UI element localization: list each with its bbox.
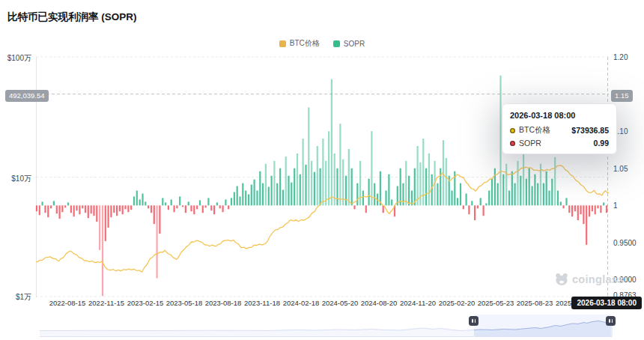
- legend-item-sopr[interactable]: SOPR: [333, 40, 365, 48]
- navigator[interactable]: [40, 315, 613, 337]
- crosshair-right-axis-badge: 1.15: [611, 90, 633, 102]
- right-axis-tick: 1: [613, 201, 618, 210]
- navigator-handle-right[interactable]: [606, 316, 616, 326]
- x-axis-tick: 2024-02-18: [283, 299, 320, 307]
- tooltip-value-btc: $73936.85: [571, 126, 609, 135]
- crosshair-date-badge: 2026-03-18 08:00: [571, 297, 642, 309]
- coinglass-watermark: coinglass: [555, 273, 625, 286]
- sopr-chart-plot[interactable]: [36, 57, 609, 297]
- sopr-legend-swatch: [333, 40, 340, 47]
- tooltip-label-btc: BTC价格: [519, 125, 550, 136]
- navigator-handle-left[interactable]: [469, 316, 479, 326]
- x-axis-tick: 2023-02-15: [127, 299, 164, 307]
- tooltip-row-btc: BTC价格 $73936.85: [510, 125, 609, 136]
- tooltip-value-sopr: 0.99: [594, 139, 609, 148]
- chart-tooltip: 2026-03-18 08:00 BTC价格 $73936.85 SOPR 0.…: [502, 103, 617, 154]
- left-axis-tick: $100万: [0, 53, 31, 64]
- x-axis-tick: 2023-11-18: [244, 299, 280, 307]
- x-axis-tick: 2025-05-23: [478, 299, 514, 307]
- x-axis-tick: 2023-05-18: [166, 299, 203, 307]
- x-axis-tick: 2024-05-20: [322, 299, 359, 307]
- right-axis-tick: 1.20: [613, 53, 628, 61]
- watermark-text: coinglass: [572, 273, 625, 285]
- right-axis-tick: 1.05: [613, 165, 628, 173]
- tooltip-row-sopr: SOPR 0.99: [510, 139, 609, 148]
- x-axis-tick: 2024-08-20: [361, 299, 398, 307]
- legend: BTC价格 SOPR: [0, 38, 644, 49]
- right-axis-tick: 0.9500: [613, 239, 637, 247]
- page-title: 比特币已实现利润率 (SOPR): [7, 10, 137, 24]
- btc-marker-icon: [510, 128, 515, 133]
- x-axis-tick: 2022-08-15: [49, 299, 86, 307]
- x-axis-tick: 2025-02-20: [439, 299, 476, 307]
- tooltip-label-sopr: SOPR: [519, 139, 541, 148]
- btc-legend-swatch: [279, 40, 286, 47]
- legend-label-sopr: SOPR: [344, 40, 365, 48]
- x-axis-tick: 2023-08-18: [205, 299, 242, 307]
- left-axis-tick: $1万: [0, 292, 31, 303]
- x-axis-tick: 2025-08-23: [517, 299, 553, 307]
- crosshair-left-axis-badge: 492,039.54: [5, 90, 49, 102]
- x-axis-tick: 2022-11-15: [88, 299, 124, 307]
- x-axis-tick: 2024-11-20: [400, 299, 436, 307]
- tooltip-date: 2026-03-18 08:00: [510, 111, 609, 120]
- legend-item-btc[interactable]: BTC价格: [279, 38, 320, 49]
- sopr-marker-icon: [510, 141, 515, 146]
- coinglass-bear-icon: [555, 273, 568, 286]
- sopr-dashboard: { "page": {"title": "比特币已实现利润率 (SOPR)"},…: [0, 0, 644, 340]
- legend-label-btc: BTC价格: [290, 38, 320, 49]
- left-axis-tick: $10万: [0, 174, 31, 184]
